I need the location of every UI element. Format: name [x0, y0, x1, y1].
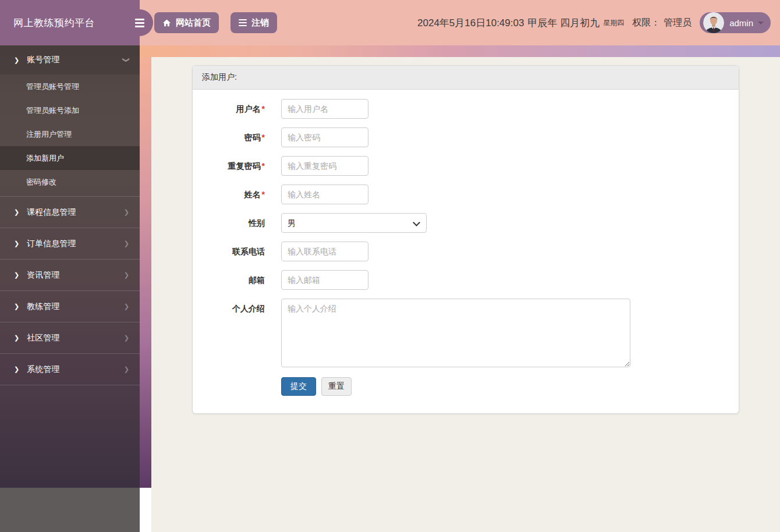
- chevron-right-icon: ❯: [14, 240, 19, 247]
- field-label: 联系电话: [202, 242, 281, 261]
- chevron-down-icon: ❯: [123, 57, 130, 63]
- sidebar-subitem-label: 添加新用户: [26, 153, 64, 164]
- form-row: 邮箱: [202, 270, 729, 290]
- logout-label: 注销: [251, 17, 269, 29]
- sidebar-section-label: 资讯管理: [27, 270, 124, 281]
- username-text: admin: [729, 18, 753, 28]
- field-label-text: 性别: [249, 218, 265, 228]
- chevron-right-icon: ❯: [14, 57, 19, 63]
- user-photo-avatar: [703, 12, 724, 33]
- field-label: 邮箱: [202, 270, 281, 290]
- email-input[interactable]: [281, 270, 368, 290]
- chevron-right-icon: ❯: [124, 303, 129, 310]
- sidebar-section[interactable]: ❯ 课程信息管理 ❯: [0, 196, 140, 228]
- form-row: 用户名*: [202, 99, 729, 119]
- sidebar-subitem[interactable]: 添加新用户: [0, 146, 140, 170]
- gradient-strip-top: [140, 45, 780, 57]
- chevron-right-icon: ❯: [14, 303, 19, 310]
- home-icon: [162, 19, 171, 27]
- required-asterisk: *: [262, 133, 265, 142]
- field-label: 个人介绍: [202, 299, 281, 318]
- password-input[interactable]: [281, 127, 368, 147]
- submit-button[interactable]: 提交: [281, 377, 316, 396]
- chevron-right-icon: ❯: [14, 335, 19, 341]
- field-label: 用户名*: [202, 99, 281, 119]
- field-label-text: 重复密码: [228, 161, 261, 171]
- sidebar-subitem[interactable]: 注册用户管理: [0, 122, 140, 146]
- datetime-text: 2024年5月16日10:49:03: [417, 16, 524, 30]
- repeat-password-input[interactable]: [281, 156, 368, 176]
- chevron-right-icon: ❯: [124, 209, 129, 215]
- select-wrap: 男: [281, 213, 427, 233]
- sidebar-subitem[interactable]: 管理员账号添加: [0, 98, 140, 122]
- field-label-text: 密码: [244, 133, 261, 142]
- caret-down-icon: [758, 22, 764, 24]
- sidebar-section[interactable]: ❯ 社区管理 ❯: [0, 322, 140, 353]
- field-label-text: 用户名: [236, 104, 261, 114]
- sidebar-section-label: 课程信息管理: [27, 207, 124, 218]
- site-home-label: 网站首页: [176, 17, 211, 29]
- field-label-text: 邮箱: [249, 275, 265, 285]
- chevron-right-icon: ❯: [14, 272, 19, 278]
- gender-select[interactable]: 男: [281, 213, 427, 233]
- form-row: 姓名*: [202, 185, 729, 204]
- reset-button[interactable]: 重置: [321, 377, 352, 396]
- required-asterisk: *: [262, 104, 265, 114]
- chevron-right-icon: ❯: [124, 335, 129, 341]
- permission-label: 权限：: [632, 17, 660, 29]
- hamburger-icon[interactable]: [126, 9, 153, 36]
- sidebar-section-label: 教练管理: [27, 302, 124, 312]
- weekday-text: 星期四: [603, 18, 624, 28]
- required-asterisk: *: [262, 190, 265, 199]
- sidebar-menu: ❯ 账号管理 ❯ 管理员账号管理 管理员账号添加 注册用户管理 添加新用户 密码…: [0, 45, 140, 385]
- header-right: 2024年5月16日10:49:03 甲辰年 四月初九 星期四 权限： 管理员: [417, 12, 771, 33]
- chevron-right-icon: ❯: [124, 366, 129, 373]
- form-row: 密码*: [202, 127, 729, 147]
- chevron-right-icon: ❯: [14, 209, 19, 215]
- admin-user-menu[interactable]: admin: [700, 12, 771, 33]
- form-row: 个人介绍: [202, 299, 729, 367]
- logout-button[interactable]: 注销: [231, 12, 277, 33]
- field-label-text: 个人介绍: [232, 304, 265, 313]
- form-row: 重复密码*: [202, 156, 729, 176]
- form-row: 性别 男: [202, 213, 729, 233]
- sidebar-subitem[interactable]: 密码修改: [0, 170, 140, 194]
- sidebar-section-label: 社区管理: [27, 333, 124, 343]
- sidebar-section-label: 系统管理: [27, 364, 124, 375]
- phone-input[interactable]: [281, 242, 368, 261]
- sidebar-subitem-label: 注册用户管理: [26, 129, 72, 140]
- chevron-right-icon: ❯: [14, 366, 19, 373]
- chevron-right-icon: ❯: [124, 240, 129, 247]
- lunar-date-text: 甲辰年 四月初九: [527, 16, 600, 30]
- app-logo: 网上教练预约平台: [0, 0, 140, 45]
- menu-lines-icon: [239, 19, 247, 27]
- field-label: 密码*: [202, 127, 281, 147]
- site-home-button[interactable]: 网站首页: [154, 12, 219, 33]
- introduction-textarea[interactable]: [281, 299, 630, 367]
- sidebar: ❯ 账号管理 ❯ 管理员账号管理 管理员账号添加 注册用户管理 添加新用户 密码…: [0, 0, 140, 488]
- app-title: 网上教练预约平台: [13, 16, 95, 30]
- sidebar-section[interactable]: ❯ 资讯管理 ❯: [0, 259, 140, 290]
- sidebar-section[interactable]: ❯ 订单信息管理 ❯: [0, 228, 140, 259]
- field-label: 重复密码*: [202, 156, 281, 176]
- sidebar-section[interactable]: ❯ 系统管理 ❯: [0, 353, 140, 385]
- username-input[interactable]: [281, 99, 368, 119]
- realname-input[interactable]: [281, 185, 368, 204]
- field-label-text: 姓名: [244, 190, 261, 199]
- required-asterisk: *: [262, 161, 265, 171]
- field-label: 姓名*: [202, 185, 281, 204]
- main-content: 添加用户: 用户名* 密码* 重复密码* 姓名* 性别: [151, 57, 780, 532]
- sidebar-section-label: 账号管理: [27, 55, 123, 65]
- form-row: 联系电话: [202, 242, 729, 261]
- sidebar-section-expanded[interactable]: ❯ 账号管理 ❯: [0, 45, 140, 75]
- sidebar-subitem[interactable]: 管理员账号管理: [0, 75, 140, 98]
- card-title: 添加用户:: [193, 66, 739, 90]
- top-header: 网站首页 注销 2024年5月16日10:49:03 甲辰年 四月初九 星期四 …: [140, 0, 780, 45]
- form-buttons: 提交重置: [281, 377, 729, 396]
- add-user-card: 添加用户: 用户名* 密码* 重复密码* 姓名* 性别: [192, 65, 739, 414]
- sidebar-subitem-label: 管理员账号添加: [26, 105, 79, 116]
- gradient-strip-left: [140, 57, 151, 488]
- add-user-form: 用户名* 密码* 重复密码* 姓名* 性别 男: [193, 90, 739, 413]
- sidebar-section[interactable]: ❯ 教练管理 ❯: [0, 290, 140, 322]
- field-label: 性别: [202, 213, 281, 233]
